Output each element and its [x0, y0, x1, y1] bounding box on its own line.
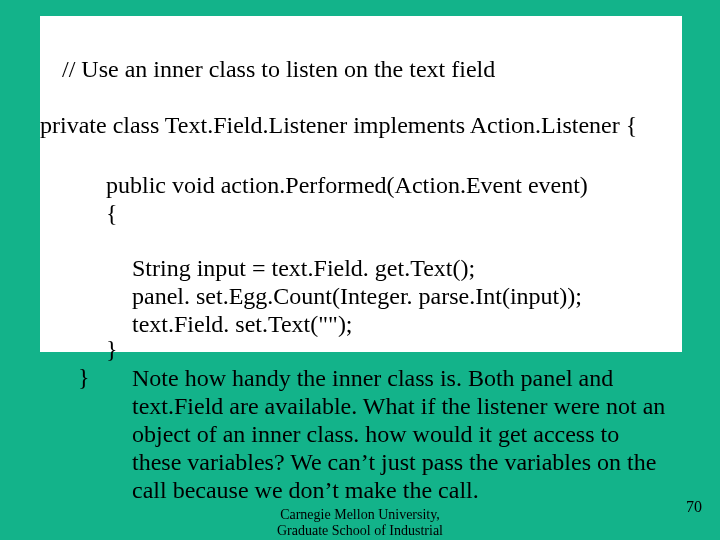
code-line-public: public void action.Performed(Action.Even… — [106, 172, 588, 199]
page-number: 70 — [686, 498, 702, 516]
code-body: String input = text.Field. get.Text(); p… — [132, 254, 582, 338]
code-brace-close-outer: } — [78, 364, 90, 391]
code-brace-open: { — [106, 200, 118, 227]
slide: // Use an inner class to listen on the t… — [0, 0, 720, 540]
footer-line-2: Graduate School of Industrial — [0, 523, 720, 539]
code-line-private: private class Text.Field.Listener implem… — [40, 112, 637, 139]
footer-line-1: Carnegie Mellon University, — [0, 507, 720, 523]
code-comment: // Use an inner class to listen on the t… — [62, 56, 495, 83]
code-body-line-2: panel. set.Egg.Count(Integer. parse.Int(… — [132, 282, 582, 310]
code-brace-close-inner: } — [106, 336, 118, 363]
code-body-line-1: String input = text.Field. get.Text(); — [132, 254, 582, 282]
explanatory-note: Note how handy the inner class is. Both … — [132, 364, 672, 504]
code-body-line-3: text.Field. set.Text(""); — [132, 310, 582, 338]
